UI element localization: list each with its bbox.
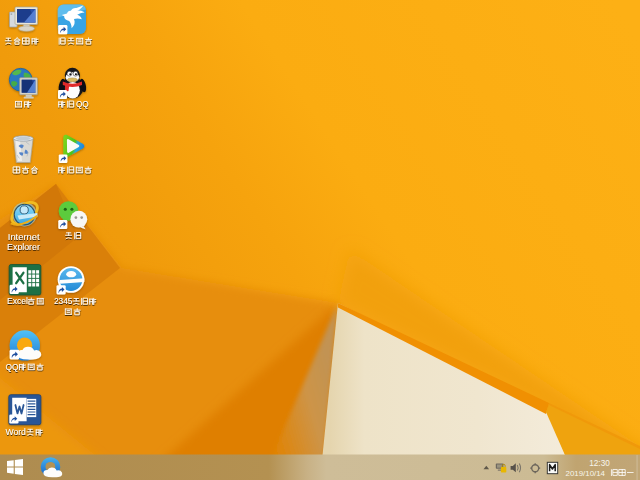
svg-text:12:30: 12:30 — [589, 459, 610, 468]
svg-text:2345: 2345 — [54, 296, 73, 306]
svg-text:Internet: Internet — [8, 231, 40, 242]
svg-text:QQ: QQ — [6, 362, 20, 372]
svg-text:Word: Word — [6, 427, 27, 437]
svg-text:Excel: Excel — [7, 296, 28, 306]
svg-text:Explorer: Explorer — [7, 242, 40, 252]
svg-text:2019/10/14: 2019/10/14 — [566, 469, 606, 478]
svg-text:QQ: QQ — [76, 100, 89, 109]
